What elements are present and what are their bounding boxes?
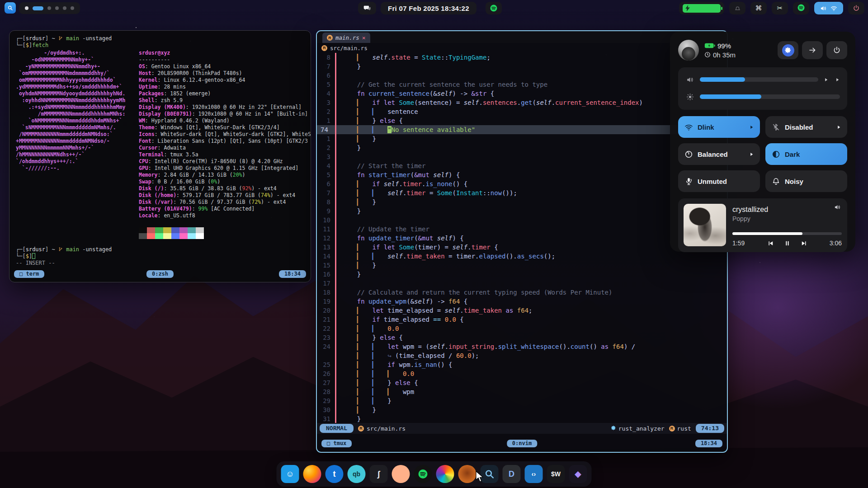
code-line[interactable]: 19 fn update_wpm(&self) -> f64 { [317,297,727,306]
code-line[interactable]: ▎ ▎ ↪ (time_elapsed / 60.0); [317,351,727,360]
toggle-noisy[interactable]: Noisy [765,170,847,192]
avatar[interactable] [678,40,699,61]
battery-widget[interactable] [679,2,724,14]
code-line[interactable]: 12 fn update_timer(&mut self) { [317,234,727,243]
workspace-dot-empty[interactable] [63,6,66,10]
spotify-widget[interactable] [486,2,502,14]
tray-spotify-button[interactable] [793,2,809,14]
toggle-dark[interactable]: Dark [765,143,847,165]
notifications-button[interactable] [358,2,376,14]
toggle-disabled[interactable]: Disabled [765,116,847,138]
toggle-unmuted[interactable]: Unmuted [678,170,760,192]
previous-track-button[interactable] [767,240,774,247]
volume-network-button[interactable] [814,2,843,14]
code-line[interactable]: 8 ▎ } [317,197,727,206]
chevron-right-icon[interactable] [749,152,754,157]
tmux-session-name[interactable]: □ tmux [321,440,352,447]
code-line[interactable]: 28 ▎ ▎ ▎ wpm [317,387,727,396]
dock-icon-cargo[interactable] [458,465,476,483]
tray-lamp-button[interactable] [729,2,745,14]
code-line[interactable]: 26 ▎ ▎ ▎ 0.0 [317,369,727,378]
code-line[interactable]: 20 ▎ let time_elapsed = self.time_taken … [317,306,727,315]
workspace-dot-empty[interactable] [71,6,74,10]
code-line[interactable]: 18 // Calculate and return the current t… [317,288,727,297]
code-line[interactable]: 21 ▎ if time_elapsed == 0.0 { [317,315,727,324]
player-volume-icon[interactable] [834,204,841,212]
code-line[interactable]: 30 ▎ } [317,405,727,414]
code-area[interactable]: 8 ▎ self.state = State::TypingGame;7 }65… [317,53,727,423]
dock-icon-shortcuts[interactable]: ʃ [370,465,388,483]
code-line[interactable]: 8 ▎ self.state = State::TypingGame; [317,53,727,62]
code-line[interactable]: 23 ▎ } else { [317,333,727,342]
code-line[interactable]: 11 // Update the timer [317,225,727,234]
tray-command-button[interactable]: ⌘ [750,2,767,14]
code-line[interactable]: 7 } [317,62,727,71]
workspace-indicator[interactable] [19,2,80,14]
power-button[interactable] [848,2,864,14]
code-line[interactable]: 16 } [317,270,727,279]
code-line[interactable]: 4 // Start the timer [317,161,727,170]
clock-widget[interactable]: Fri 07 Feb 2025 18:34:22 [381,2,476,14]
code-line[interactable]: 2 ▎ ▎ sentence [317,107,727,116]
workspace-dot-empty[interactable] [47,6,51,10]
pause-button[interactable] [784,240,791,247]
code-line[interactable]: 5 // Get the current sentence the user n… [317,80,727,89]
code-line[interactable]: 29 ▎ ▎ } [317,396,727,405]
dock-icon-obsidian[interactable]: ◆ [569,465,587,483]
code-line[interactable]: 6 [317,71,727,80]
code-line[interactable]: 27 ▎ ▎ } else { [317,378,727,387]
tmux-window-name[interactable]: 0:nvim [507,440,537,447]
chevron-right-icon[interactable] [835,77,840,82]
code-line[interactable]: 22 ▎ ▎ 0.0 [317,324,727,333]
code-line[interactable]: 1 ▎ } else { [317,116,727,125]
code-line[interactable]: 5 fn start_timer(&mut self) { [317,170,727,179]
workspace-dot-empty[interactable] [55,6,59,10]
brightness-slider[interactable] [700,94,840,99]
code-line[interactable]: 15 ▎ } [317,261,727,270]
code-line[interactable]: 17 [317,279,727,288]
tray-screenshot-button[interactable]: ✂ [772,2,788,14]
code-line[interactable]: 9 } [317,206,727,216]
dock-icon-qbittorrent[interactable]: qb [348,465,366,483]
code-line[interactable]: 24 ▎ ▎ let wpm = (self.input_string.spli… [317,342,727,351]
workspace-dot-occupied[interactable] [25,6,28,10]
expand-button[interactable] [802,41,823,59]
toggle-dlink[interactable]: Dlink [678,116,760,138]
tmux-window-name[interactable]: 0:zsh [146,270,174,278]
seek-bar[interactable] [732,232,842,235]
dock-icon-files[interactable]: ☺ [281,465,299,483]
chevron-right-icon[interactable] [824,77,829,82]
toggle-balanced[interactable]: Balanced [678,143,760,165]
dock-icon-photos[interactable] [436,465,454,483]
code-line[interactable]: 31 } [317,414,727,423]
settings-button[interactable] [778,41,798,59]
code-line[interactable]: 2 } [317,143,727,152]
dock-icon-firefox[interactable] [303,465,321,483]
app-launcher-button[interactable] [5,2,16,14]
code-line[interactable]: 4 fn current_sentence(&self) -> &str { [317,89,727,98]
dock-icon-spotify[interactable] [414,465,432,483]
workspace-dot-active[interactable] [33,6,43,10]
terminal-window[interactable]: ┌─[srdusr] ~ main -unstaged └─[$]fetch -… [9,30,311,282]
dock-icon-thunderbird[interactable]: t [326,465,344,483]
code-line[interactable]: 14 ▎ ▎ self.time_taken = timer.elapsed()… [317,252,727,261]
dock-icon-vscode[interactable]: ‹› [525,465,543,483]
dock-icon-sw-app[interactable]: $W [547,465,565,483]
code-line[interactable]: 13 ▎ if let Some(timer) = self.timer { [317,243,727,252]
power-menu-button[interactable] [826,41,847,59]
code-line[interactable]: 7 ▎ ▎ self.timer = Some(Instant::now()); [317,188,727,197]
code-line[interactable]: 1 ▎ } [317,134,727,143]
code-line[interactable]: 3 ▎ if let Some(sentence) = self.sentenc… [317,98,727,107]
chevron-right-icon[interactable] [836,125,841,130]
terminal-prompt[interactable]: ┌─[srdusr] ~ main -unstaged └─[$] [16,246,306,260]
code-line[interactable]: 10 [317,216,727,225]
dock-icon-discord[interactable]: D [503,465,521,483]
chevron-right-icon[interactable] [749,125,754,130]
next-track-button[interactable] [801,240,807,247]
tmux-session-name[interactable]: □ term [14,270,44,278]
tab-main-rs[interactable]: R main.rs × [322,33,370,43]
dock-icon-peach-app[interactable] [392,465,410,483]
code-line-current[interactable]: 74 ▎ ▎ "No sentence available" [317,125,727,134]
neovim-window[interactable]: R main.rs × R src/main.rs 8 ▎ self.state… [316,30,728,453]
code-line[interactable]: 6 ▎ if self.timer.is_none() { [317,179,727,188]
